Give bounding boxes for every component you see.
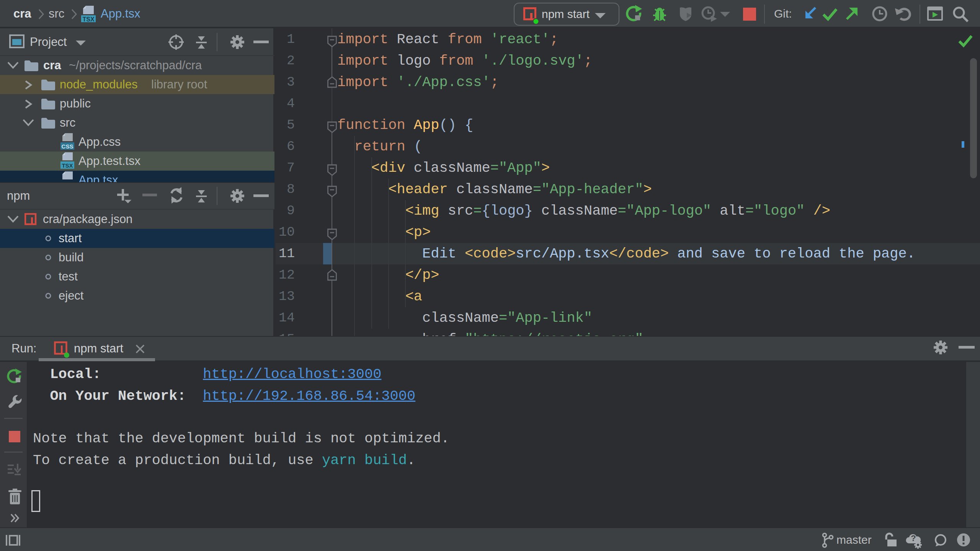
svg-text:TSX: TSX (62, 162, 73, 169)
svg-text:CSS: CSS (62, 143, 74, 150)
svg-text:TSX: TSX (82, 16, 94, 23)
svg-text:?: ? (911, 533, 916, 543)
